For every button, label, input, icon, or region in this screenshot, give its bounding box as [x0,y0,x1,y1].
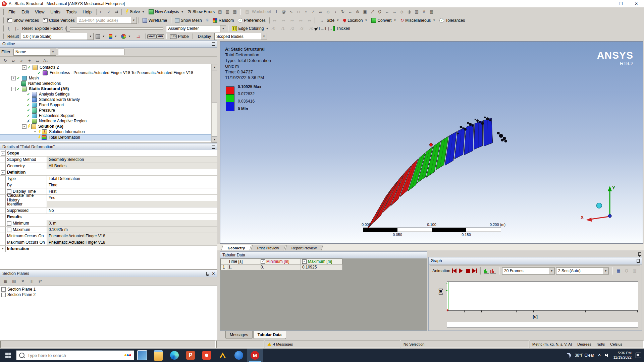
collapse-icon[interactable]: − [1,215,5,219]
collapse-icon[interactable]: − [22,65,26,70]
spot-weld-4-icon[interactable]: ↦ [298,17,304,24]
tab-tabular-data[interactable]: Tabular Data [253,331,286,339]
column-time[interactable]: Time [s] [227,258,259,264]
details-row-value[interactable]: Pneumatic Actuated Finger V18 [47,233,217,239]
details-category-information[interactable]: +Information [0,246,217,252]
taskbar-app-edge[interactable] [166,349,182,362]
thickness-annotation-icon[interactable]: ‖→‖ [319,25,326,32]
edge-direction-3-icon[interactable]: ∕3 [299,25,305,32]
checkbox-icon[interactable] [7,221,11,226]
edge-direction-1-icon[interactable]: ∕1 [280,25,286,32]
collapse-icon[interactable]: − [1,170,5,175]
vector-display-button[interactable]: ⇉ [133,33,144,40]
collapse-icon[interactable]: − [11,87,16,91]
details-row-identifier[interactable]: Identifier [0,201,217,207]
close-panel-icon[interactable]: ✕ [212,272,215,276]
taskbar-search[interactable] [16,350,134,360]
taskbar-clock[interactable]: 5:36 PM 11/19/2022 [613,351,632,360]
checkbox-icon[interactable] [1,287,6,292]
label-tag-icon[interactable]: ▥ [224,8,231,15]
wireframe-button[interactable]: Wireframe [141,16,169,24]
ruler-icon[interactable]: # [421,8,427,15]
tree-scrollbar[interactable]: ▲ ▼ [211,64,217,142]
edge-coloring-button[interactable]: Edge Coloring▼ [230,24,270,33]
new-analysis-button[interactable]: New Analysis▼ [147,7,185,16]
show-errors-button[interactable]: ?/Show Errors [185,7,217,16]
tree-item-solution-information[interactable]: +Solution Information [0,129,212,134]
toolbar-handle[interactable] [2,34,4,39]
menu-view[interactable]: View [32,9,47,14]
miscellaneous-button[interactable]: ↻Miscellaneous▼ [398,16,437,24]
edge-filter-icon[interactable]: ∕ [310,8,317,15]
sort-az-icon[interactable]: A↓ [42,57,49,64]
pin-icon[interactable] [212,145,215,149]
scroll-up-icon[interactable]: ▲ [212,64,218,70]
convert-button[interactable]: Convert▼ [369,16,398,24]
collapse-folder-icon[interactable]: ▭ [34,57,41,64]
pin-icon[interactable] [206,272,209,276]
scroll-down-icon[interactable]: ▼ [212,136,218,142]
close-vertices-button[interactable]: Close Vertices [41,16,77,24]
details-row-suppressed[interactable]: SuppressedNo [0,207,217,214]
random-colors-button[interactable]: Random [211,16,236,24]
delete-section-plane-icon[interactable]: ✕ [19,278,26,285]
spot-weld-3-icon[interactable]: ↦ [289,17,296,24]
assembly-center-dropdown[interactable]: Assembly Center▼ [166,25,226,32]
vertex-filter-icon[interactable]: ▫ [303,8,309,15]
thicken-button[interactable]: |→Thicken [326,24,352,33]
details-row-value[interactable]: Geometry Selection [47,157,217,163]
ready-status-icon[interactable]: ✓ [106,8,112,15]
details-row-calculate-time-history[interactable]: Calculate Time HistoryYes [0,195,217,201]
taskbar-app-task-view[interactable] [134,349,150,362]
checkbox-checked-icon[interactable]: ✓ [302,259,307,264]
image-capture-icon[interactable]: ▦ [231,8,238,15]
tree-item-contacts-2[interactable]: −✓Contacts 2 [0,65,212,70]
iso-view-icon[interactable]: ◇ [398,8,405,15]
timeline-bar[interactable] [447,322,638,328]
extend-selection-icon[interactable]: ↕ [332,8,339,15]
tree-item-analysis-settings[interactable]: ✓Analysis Settings [0,92,212,97]
details-row-maximum[interactable]: Maximum0.10925 m [0,227,217,233]
model-view[interactable]: Y X A: Static Structural Total Deformati… [220,41,643,244]
tree-item-nonlinear-adaptive-region[interactable]: ✗Nonlinear Adaptive Region [0,118,212,124]
go-to-start-button[interactable] [451,267,457,274]
pin-icon[interactable] [637,259,640,263]
edit-section-plane-icon[interactable]: ▧ [11,278,17,285]
comment-note-icon[interactable]: ▤ [217,8,223,15]
details-row-maximum-occurs-on[interactable]: Maximum Occurs OnPneumatic Actuated Fing… [0,239,217,246]
tree-item-mesh[interactable]: +✓Mesh [0,75,212,81]
taskbar-app-app-orange[interactable] [199,349,215,362]
details-row-value[interactable] [47,201,217,207]
max-annotation-button[interactable]: MAX [147,34,156,39]
result-scale-dropdown[interactable]: 1.0 (True Scale)▼ [21,33,94,40]
section-plane-item[interactable]: Section Plane 2 [1,292,216,297]
details-row-value[interactable]: 0. m [47,220,217,226]
size-button[interactable]: ↔Size▼ [317,16,341,24]
show-vertices-button[interactable]: Show Vertices [5,16,41,24]
tray-expand-icon[interactable]: ^ [598,353,601,358]
weather-text[interactable]: 38°F Clear [575,353,594,358]
edge-direction-2-icon[interactable]: ∕2 [289,25,296,32]
edges-display-button[interactable]: ▼ [119,33,133,40]
status-units[interactable]: Metric (m, kg, N, s, V, A) Degrees rad/s… [530,341,644,348]
new-section-plane-icon[interactable]: ▦ [2,278,9,285]
taskbar-app-ansys[interactable] [215,349,231,362]
pin-icon[interactable] [638,252,641,256]
section-plane-item[interactable]: Section Plane 1 [1,287,216,292]
filter-search-input[interactable] [58,49,124,55]
start-button[interactable] [0,349,16,362]
zoom-box-icon[interactable]: ▣ [362,8,368,15]
collapse-icon[interactable]: − [22,124,26,129]
command-prompt-icon[interactable]: ›_ [98,8,105,15]
magnifier-icon[interactable]: Ǫ [376,8,383,15]
details-row-value[interactable]: First [47,188,217,194]
details-row-value[interactable]: Total Deformation [47,176,217,182]
look-at-face-icon[interactable]: ◎ [406,8,413,15]
preferences-button[interactable]: ✓Preferences [236,16,268,24]
checkbox-icon[interactable] [1,293,6,297]
expand-all-icon[interactable]: + [26,57,33,64]
stop-button[interactable] [465,267,471,274]
toolbar-handle[interactable] [2,9,4,15]
show-mesh-button[interactable]: Show Mesh [173,16,204,24]
filter-node-icon[interactable]: » [18,57,25,64]
